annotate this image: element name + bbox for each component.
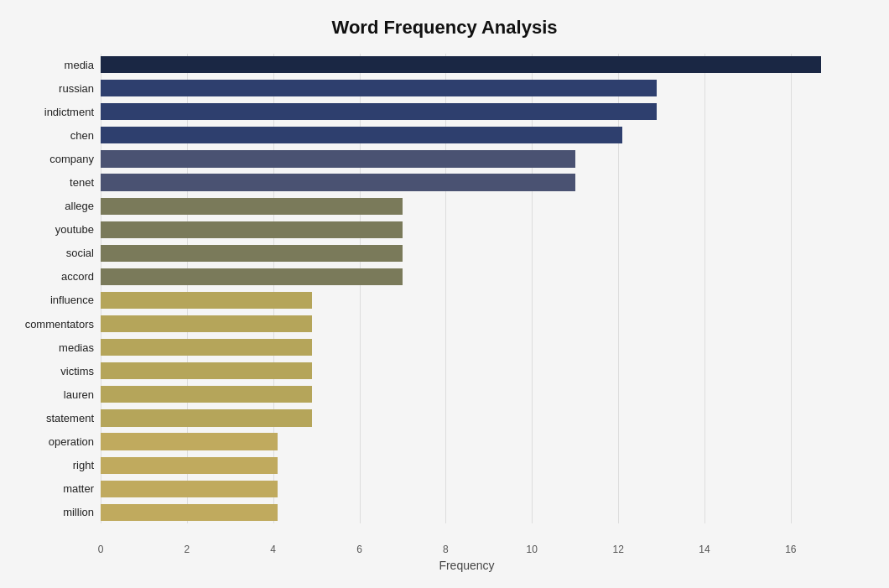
bar-label: indictment bbox=[8, 106, 101, 118]
chart-container: Word Frequency Analysis 0246810121416med… bbox=[0, 0, 889, 588]
bar-row: company bbox=[101, 148, 855, 169]
bar-row: million bbox=[101, 502, 855, 523]
bar-label: youtube bbox=[8, 223, 101, 236]
bar-row: lauren bbox=[101, 383, 855, 405]
bar-label: million bbox=[8, 506, 101, 518]
bar bbox=[101, 504, 278, 521]
bar bbox=[101, 221, 403, 238]
bar-label: media bbox=[8, 59, 101, 71]
x-tick-label: 16 bbox=[785, 544, 796, 555]
bar-label: chen bbox=[8, 129, 101, 142]
bar-label: social bbox=[8, 247, 101, 259]
bar-row: medias bbox=[101, 336, 855, 358]
bar bbox=[101, 433, 278, 450]
bar-row: social bbox=[101, 242, 855, 264]
bar-label: influence bbox=[8, 294, 101, 306]
bar-row: victims bbox=[101, 360, 855, 382]
bar bbox=[101, 80, 657, 96]
bar-row: indictment bbox=[101, 101, 855, 122]
bar-label: matter bbox=[8, 482, 101, 495]
bar-label: company bbox=[8, 153, 101, 165]
bar bbox=[101, 150, 575, 167]
x-tick-label: 10 bbox=[527, 544, 538, 555]
bar bbox=[101, 339, 312, 356]
bar-label: lauren bbox=[8, 388, 101, 401]
bar bbox=[101, 481, 278, 497]
x-tick-label: 0 bbox=[98, 544, 104, 555]
bar-row: accord bbox=[101, 266, 855, 288]
x-tick-label: 14 bbox=[699, 544, 710, 555]
bar-row: matter bbox=[101, 478, 855, 500]
bar bbox=[101, 315, 312, 332]
bar bbox=[101, 103, 657, 120]
bar-chart: mediarussianindictmentchencompanytenetal… bbox=[101, 54, 855, 523]
bar-row: commentators bbox=[101, 313, 855, 335]
bar-row: chen bbox=[101, 124, 855, 146]
bar-row: operation bbox=[101, 431, 855, 453]
bar-label: right bbox=[8, 459, 101, 471]
x-tick-label: 8 bbox=[443, 544, 449, 555]
bar-row: influence bbox=[101, 289, 855, 311]
x-tick-label: 4 bbox=[270, 544, 276, 555]
x-axis-label: Frequency bbox=[439, 559, 494, 572]
bar bbox=[101, 127, 622, 143]
bar bbox=[101, 457, 278, 474]
chart-title: Word Frequency Analysis bbox=[34, 17, 855, 39]
bar-label: operation bbox=[8, 435, 101, 448]
bar bbox=[101, 245, 403, 262]
bar-row: allege bbox=[101, 195, 855, 217]
chart-area: 0246810121416mediarussianindictmentchenc… bbox=[101, 54, 855, 523]
bar bbox=[101, 198, 403, 215]
bar bbox=[101, 268, 403, 285]
bar-label: russian bbox=[8, 82, 101, 95]
x-tick-label: 12 bbox=[612, 544, 623, 555]
bar-row: media bbox=[101, 54, 855, 75]
bar-label: commentators bbox=[8, 318, 101, 330]
bar-label: medias bbox=[8, 341, 101, 354]
bar-row: right bbox=[101, 455, 855, 476]
bar bbox=[101, 386, 312, 403]
bar-row: tenet bbox=[101, 171, 855, 193]
bar-label: tenet bbox=[8, 176, 101, 189]
bar-label: statement bbox=[8, 412, 101, 424]
bar-row: russian bbox=[101, 77, 855, 99]
bar-row: youtube bbox=[101, 219, 855, 241]
bar-label: accord bbox=[8, 270, 101, 283]
bar bbox=[101, 174, 575, 190]
bar-label: allege bbox=[8, 200, 101, 212]
bar bbox=[101, 56, 821, 73]
bar-row: statement bbox=[101, 407, 855, 429]
x-tick-label: 6 bbox=[356, 544, 362, 555]
bar bbox=[101, 292, 312, 309]
bar-label: victims bbox=[8, 365, 101, 377]
bar bbox=[101, 409, 312, 426]
x-tick-label: 2 bbox=[185, 544, 190, 555]
bar bbox=[101, 362, 312, 379]
